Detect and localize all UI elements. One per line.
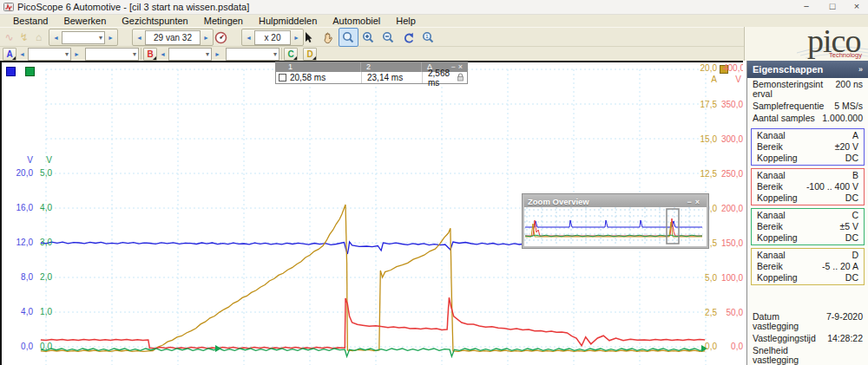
axis-d-max: 20,0 [686, 64, 717, 73]
preset-prev-icon[interactable]: ◄ [50, 35, 62, 41]
waveform-browser-icon[interactable] [214, 29, 228, 45]
chevron-down-icon: ▾ [206, 50, 209, 58]
zoom-factor-down-icon[interactable]: ◄ [243, 35, 254, 41]
channel-b-range-down-icon[interactable]: ◄ [157, 51, 168, 57]
channel-d-properties-box: KanaalD Bereik-5 .. 20 A KoppelingDC [751, 248, 865, 285]
ruler-col-2: 2 [361, 62, 422, 72]
zoom-overview-titlebar[interactable]: Zoom Overview −× [524, 196, 707, 207]
axis-b-tick: 150,0 [710, 239, 743, 248]
time-ruler-table[interactable]: 1 2 Δ −× 20,58 ms 23,14 ms 2,568 ms [276, 62, 467, 83]
channel-d-button[interactable]: D [303, 48, 317, 61]
menu-metingen[interactable]: Metingen [196, 16, 251, 26]
menu-bewerken[interactable]: Bewerken [56, 16, 114, 26]
prop-label: Datum vastlegging [753, 312, 799, 331]
brand-panel: pico Technology [744, 27, 868, 61]
waveform-next-icon[interactable]: ► [201, 35, 212, 41]
channel-c-properties-box: KanaalC Bereik±5 V KoppelingDC [751, 208, 865, 245]
zoom-in-button[interactable] [358, 28, 378, 47]
axis-b-tick: 50,0 [710, 309, 743, 317]
axis-a-unit: V [2, 156, 33, 165]
picoscope-window: { "window": { "title": "PicoScope 6 Auto… [0, 0, 868, 365]
channel-C-sensor-voltage [41, 349, 705, 356]
channel-c-indicator-square[interactable] [25, 67, 35, 76]
menu-bestand[interactable]: Bestand [5, 16, 56, 26]
channel-a-range-down-icon[interactable]: ◄ [16, 51, 28, 57]
ruler-delta-time: 2,568 ms [428, 68, 457, 88]
axis-c-tick: 5,0 [36, 169, 52, 178]
close-button[interactable]: × [847, 0, 866, 13]
axis-c-tick: 2,0 [36, 273, 52, 282]
channel-a-indicator-square[interactable] [6, 67, 16, 76]
axis-b-tick: 350,0 [710, 101, 743, 109]
prop-label: Bemonsteringsint erval [753, 80, 823, 99]
pointer-tool-button[interactable] [299, 28, 319, 47]
overview-close-icon[interactable]: × [695, 198, 703, 206]
lock-icon[interactable] [457, 73, 464, 83]
channel-b-range-select[interactable]: ▾ [168, 48, 212, 61]
zoom-factor-input[interactable]: x 20 [254, 30, 291, 45]
preset-group: ◄ ▾ ► [49, 29, 118, 46]
channel-a-range-select[interactable]: ▾ [28, 48, 71, 61]
ruler-checkbox[interactable] [279, 74, 286, 81]
preset-select[interactable]: ▾ [62, 31, 105, 44]
axis-b-unit: V [710, 75, 741, 84]
main-toolbar: ∿ ↯ ⌂ ◄ ▾ ► ◄ 29 van 32 ► ◄ x 20 ► [0, 27, 868, 47]
ruler2-time: 23,14 ms [362, 72, 423, 83]
axis-b-tick: 0,0 [710, 342, 743, 351]
overview-minimize-icon[interactable]: − [687, 198, 694, 206]
undo-zoom-button[interactable] [398, 28, 418, 47]
ruler1-time: 20,58 ms [290, 73, 326, 82]
prop-value: 14:28:22 [827, 334, 863, 343]
axis-b-max: 400,0 [713, 64, 743, 73]
zoom-select-tool-button[interactable] [339, 28, 358, 47]
menu-automobiel[interactable]: Automobiel [325, 16, 388, 26]
zoom-overview-minimap[interactable] [524, 207, 703, 245]
prop-label: Koppeling [757, 153, 798, 163]
channel-B-coil-voltage [41, 297, 705, 349]
prop-label: Kanaal [757, 211, 786, 220]
lightning-icon[interactable]: ↯ [16, 29, 31, 45]
channel-b-probe-select[interactable]: ▾ [226, 48, 279, 61]
prop-label: Kanaal [757, 251, 786, 260]
minimize-button[interactable]: − [797, 0, 816, 13]
channel-a-range-up-icon[interactable]: ► [71, 51, 82, 57]
menu-gezichtspunten[interactable]: Gezichtspunten [114, 16, 195, 26]
axis-b-tick: 100,0 [710, 274, 743, 283]
axis-c-tick: 0,0 [36, 342, 52, 351]
panel-chevron-icon[interactable]: » [858, 65, 863, 74]
pico-tagline: Technology [829, 51, 862, 59]
channel-b-button[interactable]: B [143, 48, 157, 61]
prop-label: Snelheid vastlegging [753, 346, 799, 365]
channel-a-button[interactable]: A [3, 48, 16, 61]
channel-b-range-up-icon[interactable]: ► [212, 51, 223, 57]
zoom-overview-window[interactable]: Zoom Overview −× [523, 194, 708, 248]
prop-value: DC [845, 193, 858, 203]
waveform-counter[interactable]: 29 van 32 [145, 30, 201, 45]
panel-spacer [747, 288, 868, 310]
panel-header[interactable]: Eigenschappen » [747, 61, 868, 78]
home-icon[interactable]: ⌂ [31, 29, 46, 45]
file-tool-group: ∿ ↯ ⌂ [2, 29, 46, 46]
channel-a-probe-select[interactable]: ▾ [85, 48, 139, 61]
chevron-down-icon: ▾ [65, 50, 69, 58]
zoom-out-button[interactable] [378, 28, 398, 47]
hand-tool-button[interactable] [319, 28, 339, 47]
prop-label: Samplefrequentie [753, 101, 824, 111]
zoom-full-button[interactable]: 1 [418, 28, 438, 47]
waveform-icon[interactable]: ∿ [2, 29, 16, 45]
waveform-prev-icon[interactable]: ◄ [134, 35, 145, 41]
prop-value: 7-9-2020 [826, 312, 863, 331]
axis-a-tick: 4,0 [2, 308, 33, 316]
preset-next-icon[interactable]: ► [105, 35, 116, 41]
restore-button[interactable]: □ [823, 0, 842, 13]
prop-label: Koppeling [757, 233, 798, 243]
menu-hulpmiddelen[interactable]: Hulpmiddelen [251, 16, 325, 26]
prop-value: D [852, 251, 858, 260]
menu-help[interactable]: Help [388, 16, 424, 26]
channel-c-button[interactable]: C [284, 48, 298, 61]
prop-value: B [852, 171, 858, 180]
prop-label: Bereik [757, 182, 783, 192]
eigenschappen-panel: Eigenschappen » Bemonsteringsint erval20… [746, 61, 868, 365]
channel-toolbar: A ◄ ▾ ► ▾ B ◄ ▾ ► ▾ C D [0, 47, 868, 61]
prop-value: DC [845, 273, 858, 283]
